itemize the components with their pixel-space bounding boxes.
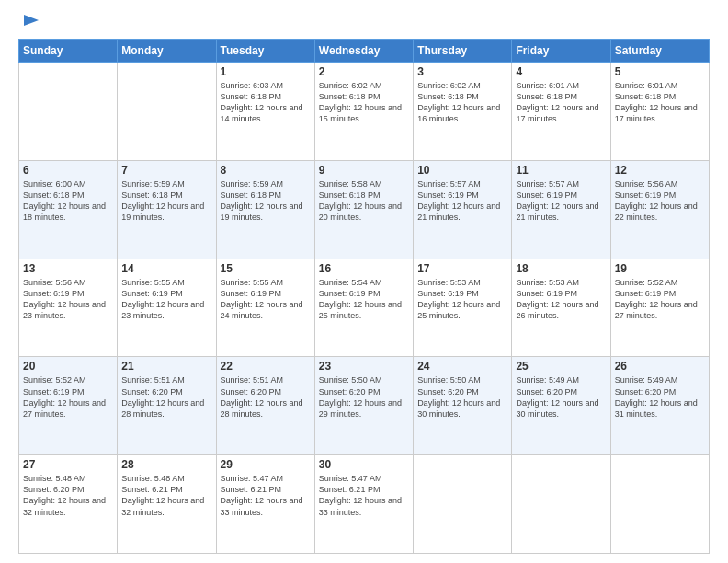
weekday-header: Thursday [414, 40, 512, 63]
weekday-header: Saturday [610, 40, 709, 63]
calendar-cell: 11Sunrise: 5:57 AMSunset: 6:19 PMDayligh… [512, 160, 610, 259]
day-info: Sunrise: 6:02 AMSunset: 6:18 PMDaylight:… [417, 80, 507, 125]
day-info: Sunrise: 5:56 AMSunset: 6:19 PMDaylight:… [615, 178, 705, 224]
day-number: 27 [23, 458, 113, 471]
calendar-cell: 2Sunrise: 6:02 AMSunset: 6:18 PMDaylight… [314, 63, 413, 161]
day-number: 5 [615, 65, 705, 78]
day-info: Sunrise: 5:52 AMSunset: 6:19 PMDaylight:… [23, 374, 113, 419]
calendar-cell: 7Sunrise: 5:59 AMSunset: 6:18 PMDaylight… [118, 160, 216, 259]
day-info: Sunrise: 6:03 AMSunset: 6:18 PMDaylight:… [221, 80, 311, 125]
day-number: 1 [221, 65, 311, 78]
day-number: 16 [319, 262, 409, 275]
day-info: Sunrise: 5:51 AMSunset: 6:20 PMDaylight:… [221, 374, 311, 419]
calendar-cell [19, 63, 118, 161]
logo [18, 17, 40, 29]
day-number: 6 [23, 164, 113, 177]
calendar-cell: 13Sunrise: 5:56 AMSunset: 6:19 PMDayligh… [19, 259, 118, 357]
calendar-cell: 21Sunrise: 5:51 AMSunset: 6:20 PMDayligh… [118, 357, 216, 455]
day-number: 12 [615, 164, 705, 177]
day-info: Sunrise: 5:51 AMSunset: 6:20 PMDaylight:… [121, 374, 211, 419]
calendar-cell: 19Sunrise: 5:52 AMSunset: 6:19 PMDayligh… [610, 259, 709, 357]
day-info: Sunrise: 5:55 AMSunset: 6:19 PMDaylight:… [221, 277, 311, 322]
day-number: 8 [221, 164, 311, 177]
day-number: 7 [121, 164, 211, 177]
weekday-header: Friday [512, 40, 610, 63]
day-info: Sunrise: 6:00 AMSunset: 6:18 PMDaylight:… [23, 178, 113, 224]
day-number: 21 [121, 360, 211, 373]
day-info: Sunrise: 5:47 AMSunset: 6:21 PMDaylight:… [221, 473, 311, 518]
day-info: Sunrise: 5:50 AMSunset: 6:20 PMDaylight:… [319, 374, 409, 419]
logo-icon [20, 13, 40, 33]
day-info: Sunrise: 5:58 AMSunset: 6:18 PMDaylight:… [319, 178, 409, 224]
weekday-header: Wednesday [314, 40, 413, 63]
svg-marker-0 [24, 15, 39, 26]
calendar-week-row: 20Sunrise: 5:52 AMSunset: 6:19 PMDayligh… [19, 357, 710, 455]
day-info: Sunrise: 5:56 AMSunset: 6:19 PMDaylight:… [23, 277, 113, 322]
calendar-cell: 25Sunrise: 5:49 AMSunset: 6:20 PMDayligh… [512, 357, 610, 455]
day-number: 20 [23, 360, 113, 373]
day-number: 25 [516, 360, 606, 373]
day-info: Sunrise: 5:57 AMSunset: 6:19 PMDaylight:… [516, 178, 606, 224]
calendar-cell: 14Sunrise: 5:55 AMSunset: 6:19 PMDayligh… [118, 259, 216, 357]
day-info: Sunrise: 5:52 AMSunset: 6:19 PMDaylight:… [615, 277, 705, 322]
day-info: Sunrise: 5:48 AMSunset: 6:21 PMDaylight:… [121, 473, 211, 518]
day-number: 13 [23, 262, 113, 275]
calendar-cell: 8Sunrise: 5:59 AMSunset: 6:18 PMDaylight… [216, 160, 314, 259]
calendar-cell: 22Sunrise: 5:51 AMSunset: 6:20 PMDayligh… [216, 357, 314, 455]
day-number: 14 [121, 262, 211, 275]
day-info: Sunrise: 5:59 AMSunset: 6:18 PMDaylight:… [121, 178, 211, 224]
day-info: Sunrise: 6:02 AMSunset: 6:18 PMDaylight:… [319, 80, 409, 125]
calendar-cell: 4Sunrise: 6:01 AMSunset: 6:18 PMDaylight… [512, 63, 610, 161]
day-number: 28 [121, 458, 211, 471]
weekday-header: Monday [118, 40, 216, 63]
day-info: Sunrise: 5:50 AMSunset: 6:20 PMDaylight:… [417, 374, 507, 419]
day-number: 30 [319, 458, 409, 471]
day-number: 18 [516, 262, 606, 275]
day-number: 3 [417, 65, 507, 78]
day-number: 26 [615, 360, 705, 373]
calendar-cell: 16Sunrise: 5:54 AMSunset: 6:19 PMDayligh… [314, 259, 413, 357]
calendar-cell: 6Sunrise: 6:00 AMSunset: 6:18 PMDaylight… [19, 160, 118, 259]
header [18, 17, 710, 29]
calendar-cell: 18Sunrise: 5:53 AMSunset: 6:19 PMDayligh… [512, 259, 610, 357]
day-number: 19 [615, 262, 705, 275]
day-info: Sunrise: 5:54 AMSunset: 6:19 PMDaylight:… [319, 277, 409, 322]
calendar-cell: 27Sunrise: 5:48 AMSunset: 6:20 PMDayligh… [19, 455, 118, 554]
calendar-cell [118, 63, 216, 161]
day-info: Sunrise: 5:49 AMSunset: 6:20 PMDaylight:… [615, 374, 705, 419]
day-info: Sunrise: 5:48 AMSunset: 6:20 PMDaylight:… [23, 473, 113, 518]
day-info: Sunrise: 5:53 AMSunset: 6:19 PMDaylight:… [417, 277, 507, 322]
day-number: 24 [417, 360, 507, 373]
calendar-table: SundayMondayTuesdayWednesdayThursdayFrid… [18, 39, 710, 554]
calendar-cell: 15Sunrise: 5:55 AMSunset: 6:19 PMDayligh… [216, 259, 314, 357]
calendar-week-row: 6Sunrise: 6:00 AMSunset: 6:18 PMDaylight… [19, 160, 710, 259]
day-info: Sunrise: 5:55 AMSunset: 6:19 PMDaylight:… [121, 277, 211, 322]
weekday-header: Tuesday [216, 40, 314, 63]
calendar-cell [414, 455, 512, 554]
calendar-week-row: 27Sunrise: 5:48 AMSunset: 6:20 PMDayligh… [19, 455, 710, 554]
calendar-cell [512, 455, 610, 554]
day-number: 11 [516, 164, 606, 177]
day-info: Sunrise: 5:59 AMSunset: 6:18 PMDaylight:… [221, 178, 311, 224]
day-number: 29 [221, 458, 311, 471]
calendar-week-row: 13Sunrise: 5:56 AMSunset: 6:19 PMDayligh… [19, 259, 710, 357]
calendar-cell: 1Sunrise: 6:03 AMSunset: 6:18 PMDaylight… [216, 63, 314, 161]
day-info: Sunrise: 5:53 AMSunset: 6:19 PMDaylight:… [516, 277, 606, 322]
calendar-cell: 17Sunrise: 5:53 AMSunset: 6:19 PMDayligh… [414, 259, 512, 357]
calendar-cell: 3Sunrise: 6:02 AMSunset: 6:18 PMDaylight… [414, 63, 512, 161]
calendar-cell: 20Sunrise: 5:52 AMSunset: 6:19 PMDayligh… [19, 357, 118, 455]
calendar-cell: 29Sunrise: 5:47 AMSunset: 6:21 PMDayligh… [216, 455, 314, 554]
weekday-header-row: SundayMondayTuesdayWednesdayThursdayFrid… [19, 40, 710, 63]
day-info: Sunrise: 5:57 AMSunset: 6:19 PMDaylight:… [417, 178, 507, 224]
day-number: 4 [516, 65, 606, 78]
calendar-week-row: 1Sunrise: 6:03 AMSunset: 6:18 PMDaylight… [19, 63, 710, 161]
calendar-cell: 5Sunrise: 6:01 AMSunset: 6:18 PMDaylight… [610, 63, 709, 161]
day-number: 22 [221, 360, 311, 373]
day-info: Sunrise: 5:47 AMSunset: 6:21 PMDaylight:… [319, 473, 409, 518]
day-number: 9 [319, 164, 409, 177]
day-info: Sunrise: 6:01 AMSunset: 6:18 PMDaylight:… [516, 80, 606, 125]
day-number: 2 [319, 65, 409, 78]
calendar-cell [610, 455, 709, 554]
calendar-cell: 28Sunrise: 5:48 AMSunset: 6:21 PMDayligh… [118, 455, 216, 554]
page: SundayMondayTuesdayWednesdayThursdayFrid… [0, 0, 728, 563]
